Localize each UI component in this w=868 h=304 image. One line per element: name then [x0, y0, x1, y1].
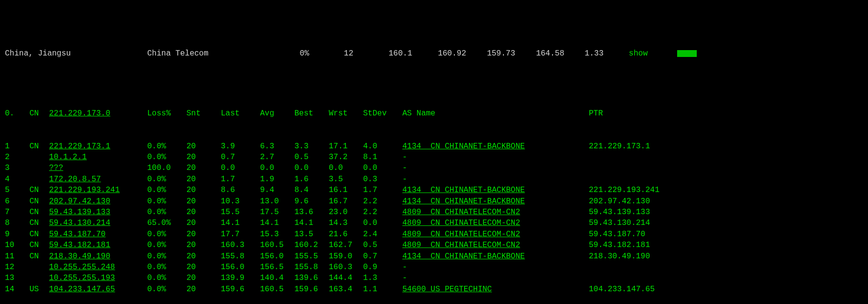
cell-ip[interactable]: 59.43.130.214 [49, 218, 147, 228]
cell-last: 156.0 [221, 262, 260, 273]
cell-ptr: 59.43.139.133 [589, 207, 687, 218]
cell-loss: 0.0% [147, 273, 186, 283]
col-ip[interactable]: 221.229.173.0 [49, 108, 147, 119]
cell-cc: CN [29, 141, 49, 152]
cell-best: 159.6 [294, 284, 329, 295]
cell-wrst: 21.6 [329, 229, 363, 240]
cell-as: - [402, 174, 589, 185]
cell-best: 155.8 [294, 262, 329, 273]
cell-ip[interactable]: 10.255.255.193 [49, 273, 147, 283]
cell-last: 0.7 [221, 152, 260, 163]
cell-avg: 2.7 [260, 152, 294, 163]
cell-ip[interactable]: 172.20.8.57 [49, 174, 147, 185]
summary-snt: 12 [309, 48, 353, 59]
cell-ip[interactable]: 59.43.187.70 [49, 229, 147, 240]
cell-last: 159.6 [221, 284, 260, 295]
cell-as[interactable]: 4134 CN CHINANET-BACKBONE [402, 141, 589, 152]
cell-wrst: 0.0 [329, 163, 363, 173]
cell-ip[interactable]: 59.43.182.181 [49, 240, 147, 250]
cell-best: 14.1 [294, 218, 329, 228]
cell-ip[interactable]: 221.229.173.1 [49, 141, 147, 152]
cell-n: 9 [5, 229, 29, 240]
cell-as[interactable]: 4809 CN CHINATELECOM-CN2 [402, 207, 589, 218]
cell-stdev: 0.3 [363, 174, 402, 185]
cell-wrst: 144.4 [329, 273, 363, 283]
cell-last: 15.5 [221, 207, 260, 218]
cell-as[interactable]: 4809 CN CHINATELECOM-CN2 [402, 240, 589, 250]
cell-loss: 0.0% [147, 229, 186, 240]
hop-row: 1310.255.255.1930.0%20139.9140.4139.6144… [5, 273, 863, 283]
cell-cc: CN [29, 196, 49, 207]
cell-loss: 0.0% [147, 152, 186, 163]
cell-last: 1.7 [221, 174, 260, 185]
cell-last: 160.3 [221, 240, 260, 250]
cell-stdev: 4.0 [363, 141, 402, 152]
show-link[interactable]: show [604, 48, 648, 59]
cell-n: 5 [5, 185, 29, 195]
cell-wrst: 163.4 [329, 284, 363, 295]
cell-snt: 20 [186, 207, 221, 218]
status-bar-icon [677, 50, 697, 57]
cell-cc: CN [29, 251, 49, 262]
cell-cc [29, 262, 49, 273]
cell-as[interactable]: 54600 US PEGTECHINC [402, 284, 589, 295]
summary-loss: 0% [255, 48, 309, 59]
cell-best: 1.6 [294, 174, 329, 185]
summary-row: China, JiangsuChina Telecom0%12160.1160.… [5, 48, 863, 59]
cell-ip[interactable]: ??? [49, 163, 147, 173]
cell-snt: 20 [186, 141, 221, 152]
cell-stdev: 1.7 [363, 185, 402, 195]
cell-cc: CN [29, 229, 49, 240]
cell-ptr: 104.233.147.65 [589, 284, 687, 295]
cell-ip[interactable]: 221.229.193.241 [49, 185, 147, 195]
cell-n: 13 [5, 273, 29, 283]
cell-ptr: 59.43.187.70 [589, 229, 687, 240]
cell-wrst: 37.2 [329, 152, 363, 163]
cell-as: - [402, 273, 589, 283]
cell-best: 8.4 [294, 185, 329, 195]
cell-as[interactable]: 4134 CN CHINANET-BACKBONE [402, 185, 589, 195]
cell-snt: 20 [186, 163, 221, 173]
cell-loss: 0.0% [147, 251, 186, 262]
cell-wrst: 16.1 [329, 185, 363, 195]
column-header-row: 0.CN221.229.173.0Loss%SntLastAvgBestWrst… [5, 108, 863, 119]
cell-n: 10 [5, 240, 29, 250]
hop-row: 4172.20.8.570.0%201.71.91.63.50.3- [5, 174, 863, 185]
summary-location: China, Jiangsu [5, 48, 147, 59]
cell-cc [29, 152, 49, 163]
cell-as[interactable]: 4809 CN CHINATELECOM-CN2 [402, 218, 589, 228]
hop-row: 11CN218.30.49.1900.0%20155.8156.0155.515… [5, 251, 863, 262]
cell-ip[interactable]: 218.30.49.190 [49, 251, 147, 262]
cell-as[interactable]: 4134 CN CHINANET-BACKBONE [402, 251, 589, 262]
hop-row: 210.1.2.10.0%200.72.70.537.28.1- [5, 152, 863, 163]
cell-last: 0.0 [221, 163, 260, 173]
cell-as[interactable]: 4809 CN CHINATELECOM-CN2 [402, 229, 589, 240]
col-asname: AS Name [402, 108, 589, 119]
col-best: Best [294, 108, 329, 119]
cell-ptr: 221.229.193.241 [589, 185, 687, 195]
cell-n: 6 [5, 196, 29, 207]
cell-cc: CN [29, 207, 49, 218]
cell-ip[interactable]: 10.255.255.248 [49, 262, 147, 273]
col-avg: Avg [260, 108, 294, 119]
cell-snt: 20 [186, 273, 221, 283]
cell-stdev: 0.7 [363, 251, 402, 262]
cell-ip[interactable]: 104.233.147.65 [49, 284, 147, 295]
cell-ip[interactable]: 202.97.42.130 [49, 196, 147, 207]
cell-cc: CN [29, 185, 49, 195]
cell-wrst: 17.1 [329, 141, 363, 152]
cell-n: 12 [5, 262, 29, 273]
cell-loss: 0.0% [147, 262, 186, 273]
cell-n: 3 [5, 163, 29, 173]
cell-ptr [589, 262, 687, 273]
cell-stdev: 1.3 [363, 273, 402, 283]
cell-ip[interactable]: 10.1.2.1 [49, 152, 147, 163]
cell-best: 0.5 [294, 152, 329, 163]
cell-n: 8 [5, 218, 29, 228]
cell-cc: US [29, 284, 49, 295]
cell-n: 11 [5, 251, 29, 262]
cell-as[interactable]: 4134 CN CHINANET-BACKBONE [402, 196, 589, 207]
cell-ip[interactable]: 59.43.139.133 [49, 207, 147, 218]
cell-wrst: 159.0 [329, 251, 363, 262]
cell-stdev: 0.9 [363, 262, 402, 273]
